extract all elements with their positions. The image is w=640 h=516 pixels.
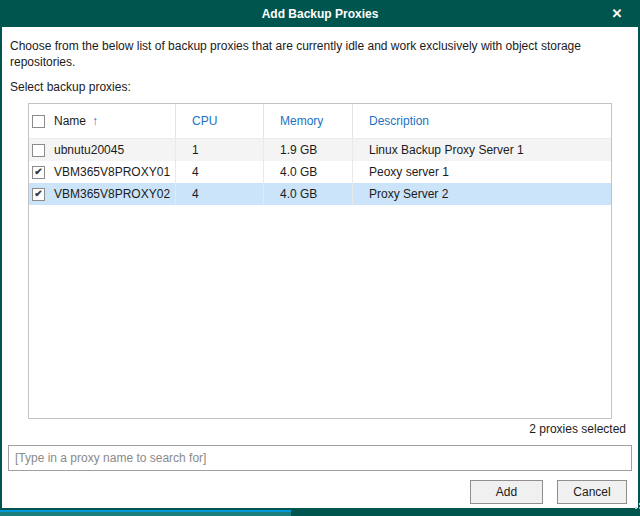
proxy-name-label: VBM365V8PROXY02: [54, 187, 170, 201]
search-input[interactable]: [8, 445, 632, 471]
checkmark-icon: ✔: [34, 189, 42, 199]
add-backup-proxies-dialog: Add Backup Proxies ✕ Choose from the bel…: [0, 0, 640, 510]
cell-description: Linux Backup Proxy Server 1: [353, 139, 611, 161]
cell-name: ✔ubnutu20045: [29, 139, 176, 161]
table-row[interactable]: ✔ubnutu2004511.9 GBLinux Backup Proxy Se…: [29, 139, 611, 161]
table-row[interactable]: ✔VBM365V8PROXY0244.0 GBProxy Server 2: [29, 183, 611, 205]
background-window-edge-right: [291, 510, 640, 516]
column-header-name-label: Name: [54, 114, 86, 128]
cell-name: ✔VBM365V8PROXY02: [29, 183, 176, 205]
cell-cpu: 4: [176, 161, 264, 183]
close-icon[interactable]: ✕: [604, 0, 630, 26]
row-checkbox[interactable]: ✔: [32, 144, 45, 157]
cell-memory: 4.0 GB: [264, 183, 353, 205]
cell-name: ✔VBM365V8PROXY01: [29, 161, 176, 183]
column-header-cpu[interactable]: CPU: [176, 104, 264, 138]
background-window-edge: [0, 510, 640, 516]
column-header-description-label: Description: [369, 114, 429, 128]
proxy-table: Name ↑ CPU Memory Description ✔ubnutu200…: [28, 103, 612, 419]
sort-asc-icon: ↑: [92, 114, 98, 128]
table-header-row: Name ↑ CPU Memory Description: [29, 104, 611, 139]
column-header-description[interactable]: Description: [353, 104, 611, 138]
row-checkbox[interactable]: ✔: [32, 188, 45, 201]
dialog-titlebar: Add Backup Proxies ✕: [0, 0, 640, 27]
column-header-memory-label: Memory: [280, 114, 323, 128]
cell-cpu: 4: [176, 183, 264, 205]
add-button[interactable]: Add: [470, 480, 543, 504]
status-text: 2 proxies selected: [529, 422, 626, 436]
row-checkbox[interactable]: ✔: [32, 166, 45, 179]
select-proxies-label: Select backup proxies:: [10, 80, 131, 94]
background-window-edge-left: [0, 510, 291, 516]
cell-description: Proxy Server 2: [353, 183, 611, 205]
select-all-checkbox[interactable]: [32, 115, 45, 128]
dialog-description: Choose from the below list of backup pro…: [10, 38, 624, 70]
column-header-cpu-label: CPU: [192, 114, 217, 128]
cell-description: Peoxy server 1: [353, 161, 611, 183]
column-header-memory[interactable]: Memory: [264, 104, 353, 138]
table-body: ✔ubnutu2004511.9 GBLinux Backup Proxy Se…: [29, 139, 611, 205]
proxy-name-label: VBM365V8PROXY01: [54, 165, 170, 179]
cell-memory: 1.9 GB: [264, 139, 353, 161]
cell-cpu: 1: [176, 139, 264, 161]
table-row[interactable]: ✔VBM365V8PROXY0144.0 GBPeoxy server 1: [29, 161, 611, 183]
column-header-name[interactable]: Name ↑: [29, 104, 176, 138]
checkmark-icon: ✔: [34, 167, 42, 177]
proxy-name-label: ubnutu20045: [54, 143, 124, 157]
resize-grip[interactable]: [631, 503, 633, 505]
dialog-body: Choose from the below list of backup pro…: [2, 27, 638, 508]
cancel-button[interactable]: Cancel: [557, 480, 627, 504]
dialog-title: Add Backup Proxies: [262, 7, 379, 21]
cell-memory: 4.0 GB: [264, 161, 353, 183]
